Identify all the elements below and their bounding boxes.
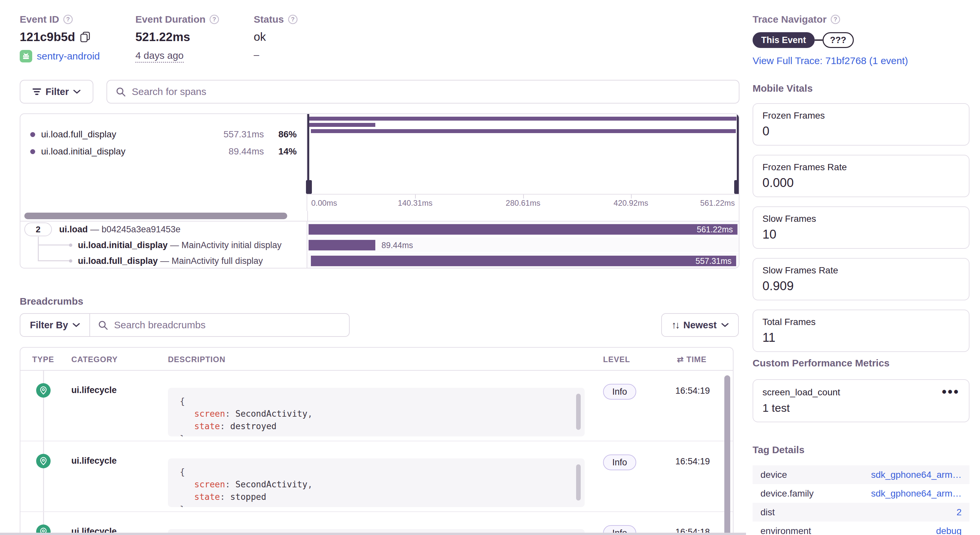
navigation-pin-icon bbox=[36, 383, 51, 398]
minimap-right-handle[interactable] bbox=[737, 114, 739, 194]
span-legend: ui.load.full_display 557.31ms 86% ui.loa… bbox=[21, 114, 307, 211]
help-icon[interactable] bbox=[288, 14, 298, 24]
event-id-value: 121c9b5d bbox=[20, 30, 75, 44]
axis-tick-label: 561.22ms bbox=[700, 199, 735, 208]
col-level: LEVEL bbox=[603, 355, 630, 364]
vital-card: Frozen Frames 0 bbox=[752, 103, 969, 146]
breadcrumb-time: 16:54:19 bbox=[675, 386, 710, 396]
project-link[interactable]: sentry-android bbox=[37, 51, 100, 62]
event-id-label: Event ID bbox=[20, 14, 59, 25]
span-duration-bar[interactable] bbox=[309, 240, 375, 250]
tag-value-link[interactable]: debug bbox=[936, 526, 962, 535]
time-sort-icon: ⇄ bbox=[677, 355, 684, 364]
status-value: ok bbox=[254, 30, 266, 43]
col-category: CATEGORY bbox=[71, 355, 118, 364]
breadcrumb-row: ui.lifecycle { screen: SecondActivity, s… bbox=[21, 441, 733, 512]
tag-details-heading: Tag Details bbox=[752, 444, 969, 455]
custom-metric-card: screen_load_count 1 test ••• bbox=[752, 379, 969, 422]
span-children-count[interactable]: 2 bbox=[24, 223, 52, 236]
col-time-sort[interactable]: ⇄ TIME bbox=[677, 355, 706, 364]
breadcrumbs-sort-button[interactable]: ↑↓ Newest bbox=[661, 313, 739, 337]
chevron-down-icon bbox=[721, 323, 729, 327]
event-header: Event ID 121c9b5d bbox=[20, 14, 332, 63]
navigation-pin-icon bbox=[36, 454, 51, 468]
page-bottom-scroll-strip[interactable] bbox=[0, 533, 746, 535]
sentry-event-page: Event ID 121c9b5d bbox=[0, 0, 980, 535]
search-icon bbox=[116, 87, 126, 97]
custom-performance-metrics-section: Custom Performance Metrics screen_load_c… bbox=[752, 358, 969, 422]
minimap-span-bar bbox=[309, 123, 375, 127]
span-tree: 2 ui.load — b04245a3ea91453e 561.22ms ui… bbox=[21, 221, 739, 269]
breadcrumb-row: ui.lifecycle { screen: SecondActivity, s… bbox=[21, 371, 733, 441]
help-icon[interactable] bbox=[830, 14, 840, 24]
axis-tick-label: 420.92ms bbox=[614, 199, 648, 208]
overflow-menu-icon[interactable]: ••• bbox=[942, 384, 959, 399]
status-section: Status ok – bbox=[254, 14, 332, 63]
span-row-initial-display[interactable]: ui.load.initial_display — MainActivity i… bbox=[21, 237, 739, 253]
android-platform-icon bbox=[20, 50, 32, 62]
vital-card: Total Frames 11 bbox=[752, 310, 969, 352]
chevron-down-icon bbox=[73, 89, 81, 94]
trace-navigator-label: Trace Navigator bbox=[752, 14, 827, 25]
span-color-dot bbox=[30, 149, 35, 154]
breadcrumbs-table-header: TYPE CATEGORY DESCRIPTION LEVEL ⇄ TIME bbox=[21, 348, 733, 371]
spans-panel: ui.load.full_display 557.31ms 86% ui.loa… bbox=[20, 113, 740, 269]
view-full-trace-link[interactable]: View Full Trace: 71bf2768 (1 event) bbox=[752, 55, 973, 66]
vital-card: Slow Frames 10 bbox=[752, 206, 969, 249]
breadcrumbs-table: TYPE CATEGORY DESCRIPTION LEVEL ⇄ TIME u… bbox=[20, 347, 733, 535]
span-duration-bar[interactable]: 561.22ms bbox=[309, 224, 737, 235]
span-duration-bar[interactable]: 557.31ms bbox=[311, 256, 737, 266]
span-tree-hscroll bbox=[21, 211, 739, 221]
minimap-chart[interactable] bbox=[307, 114, 739, 194]
breadcrumbs-filter-by-button[interactable]: Filter By bbox=[21, 314, 90, 336]
breadcrumb-category: ui.lifecycle bbox=[71, 456, 117, 466]
tag-row: device sdk_gphone64_arm… bbox=[752, 465, 969, 484]
vital-card: Frozen Frames Rate 0.000 bbox=[752, 155, 969, 197]
span-color-dot bbox=[30, 132, 35, 137]
legend-item[interactable]: ui.load.full_display 557.31ms 86% bbox=[30, 126, 297, 143]
event-duration-value: 521.22ms bbox=[135, 30, 190, 44]
chevron-down-icon bbox=[73, 323, 80, 327]
span-duration-label: 89.44ms bbox=[382, 240, 413, 250]
unknown-trace-pill[interactable]: ??? bbox=[822, 32, 854, 48]
status-sub: – bbox=[254, 49, 332, 61]
legend-item[interactable]: ui.load.initial_display 89.44ms 14% bbox=[30, 143, 297, 160]
minimap-span-bar bbox=[311, 129, 736, 133]
copy-icon[interactable] bbox=[80, 32, 91, 43]
span-row-root[interactable]: 2 ui.load — b04245a3ea91453e 561.22ms bbox=[21, 221, 739, 237]
col-description: DESCRIPTION bbox=[168, 355, 226, 364]
timeline-axis: 0.00ms 140.31ms 280.61ms 420.92ms 561.22… bbox=[307, 194, 739, 210]
span-duration-label: 561.22ms bbox=[697, 224, 733, 235]
code-scrollbar-thumb[interactable] bbox=[576, 394, 581, 430]
tag-value-link[interactable]: sdk_gphone64_arm… bbox=[871, 488, 962, 499]
status-label: Status bbox=[254, 14, 284, 25]
spans-filter-button[interactable]: Filter bbox=[20, 80, 93, 103]
metric-name: screen_load_count bbox=[762, 387, 959, 398]
tag-value-link[interactable]: 2 bbox=[956, 507, 962, 517]
breadcrumbs-search-input[interactable] bbox=[114, 319, 341, 331]
tag-row: dist 2 bbox=[752, 503, 969, 522]
hscroll-thumb[interactable] bbox=[24, 213, 287, 219]
tag-row: environment debug bbox=[752, 522, 969, 535]
tag-value-link[interactable]: sdk_gphone64_arm… bbox=[871, 470, 962, 480]
breadcrumb-time: 16:54:19 bbox=[675, 457, 710, 467]
span-row-full-display[interactable]: ui.load.full_display — MainActivity full… bbox=[21, 253, 739, 269]
level-badge: Info bbox=[603, 454, 636, 470]
breadcrumb-description-code[interactable]: { screen: SecondActivity, state: destroy… bbox=[168, 388, 585, 436]
pill-connector bbox=[815, 40, 822, 41]
this-event-pill[interactable]: This Event bbox=[752, 32, 815, 48]
table-scrollbar-thumb[interactable] bbox=[724, 375, 730, 535]
metric-value: 1 test bbox=[762, 401, 959, 414]
filter-icon bbox=[33, 88, 41, 95]
tag-row: device.family sdk_gphone64_arm… bbox=[752, 484, 969, 503]
breadcrumb-description-code[interactable]: { screen: SecondActivity, state: stopped… bbox=[168, 459, 585, 507]
trace-navigator: Trace Navigator This Event ??? View Full… bbox=[752, 14, 973, 66]
span-duration-label: 557.31ms bbox=[695, 256, 732, 266]
help-icon[interactable] bbox=[63, 14, 73, 24]
code-scrollbar-thumb[interactable] bbox=[576, 464, 581, 500]
breadcrumbs-table-body: ui.lifecycle { screen: SecondActivity, s… bbox=[21, 371, 733, 535]
minimap-left-handle[interactable] bbox=[307, 114, 309, 194]
axis-tick-label: 0.00ms bbox=[311, 199, 337, 208]
spans-search-input[interactable] bbox=[132, 86, 730, 97]
help-icon[interactable] bbox=[209, 14, 219, 24]
